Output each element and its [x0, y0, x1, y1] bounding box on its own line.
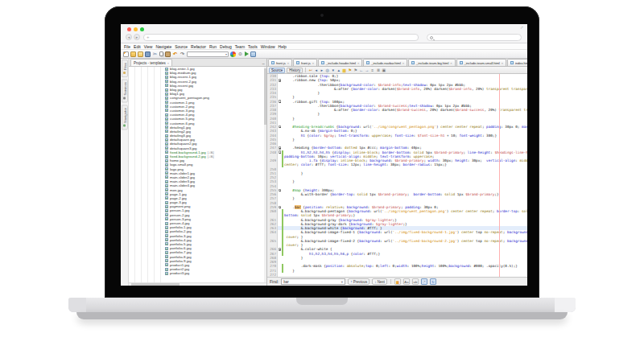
next-bookmark-icon[interactable]: ⚑: [353, 68, 357, 72]
image-file-icon: [165, 192, 168, 196]
tab-projects[interactable]: Projects - templates ×: [130, 59, 172, 66]
comment-icon[interactable]: ≡: [370, 68, 374, 72]
whole-words-icon[interactable]: ab: [412, 278, 419, 285]
fold-collapse-icon[interactable]: [279, 248, 282, 251]
menu-navigate[interactable]: Navigate: [155, 44, 171, 49]
uncomment-icon[interactable]: ≣: [376, 68, 380, 72]
menu-source[interactable]: Source: [175, 44, 188, 49]
scrollbar-thumb[interactable]: [131, 283, 180, 286]
find-next-button[interactable]: ↓ Next: [372, 278, 387, 285]
minimize-window-icon[interactable]: [134, 27, 138, 31]
sidebar-tab-files[interactable]: Files: [122, 60, 128, 77]
fold-collapse-icon[interactable]: [279, 79, 282, 82]
build-icon[interactable]: ⚙: [237, 51, 243, 57]
find-selection-icon[interactable]: ◎: [325, 68, 329, 72]
find-previous-icon[interactable]: ▴: [336, 68, 341, 72]
image-file-icon: [165, 230, 168, 233]
editor-tab[interactable]: front.js×: [268, 59, 292, 66]
sidebar-tab-services[interactable]: Services: [122, 79, 128, 102]
open-project-icon[interactable]: [138, 51, 143, 57]
sidebar-tab-navigator[interactable]: Navigator: [122, 105, 128, 130]
fold-collapse-icon[interactable]: [279, 189, 282, 192]
regex-icon[interactable]: .*: [421, 278, 427, 285]
close-icon[interactable]: ×: [167, 61, 169, 65]
url-bar[interactable]: +: [143, 34, 419, 41]
find-input[interactable]: bar ▾: [281, 278, 345, 285]
find-previous-button[interactable]: ↑ Previous: [348, 278, 369, 285]
menu-help[interactable]: Help: [279, 44, 287, 49]
match-case-icon[interactable]: Aa: [403, 278, 410, 285]
history-view-button[interactable]: History: [287, 68, 303, 73]
chevron-down-icon[interactable]: ▾: [341, 280, 343, 284]
toolbar-divider: [305, 68, 306, 72]
menu-tools[interactable]: Tools: [248, 44, 258, 49]
copy-icon[interactable]: [159, 51, 163, 56]
run-icon[interactable]: [245, 51, 249, 56]
code-line[interactable]: 272: [267, 273, 527, 277]
editor-tab[interactable]: index.html×: [507, 59, 527, 66]
indent-icon[interactable]: ▣: [382, 68, 386, 72]
fold-collapse-icon[interactable]: [279, 100, 282, 103]
close-tab-icon[interactable]: ×: [312, 61, 314, 65]
menu-debug[interactable]: Debug: [220, 44, 232, 49]
cut-icon[interactable]: ✂: [152, 51, 158, 57]
resize-icon[interactable]: ↕: [519, 25, 524, 30]
tree-vertical-scrollbar[interactable]: [264, 67, 266, 282]
fold-collapse-icon[interactable]: [279, 206, 282, 209]
fold-collapse-icon[interactable]: [279, 126, 282, 129]
forward-icon[interactable]: ▸: [320, 68, 324, 72]
paste-icon[interactable]: [165, 51, 171, 57]
menu-team[interactable]: Team: [235, 44, 245, 49]
source-view-button[interactable]: Source: [269, 68, 285, 73]
close-tab-icon[interactable]: ×: [402, 61, 404, 65]
editor-tab[interactable]: _include-team-big.html×: [408, 59, 455, 66]
back-icon[interactable]: ◂: [314, 68, 318, 72]
close-window-icon[interactable]: [127, 27, 131, 31]
undo-icon[interactable]: ↶: [172, 51, 178, 57]
zoom-window-icon[interactable]: [140, 27, 144, 31]
window-grid-icon[interactable]: [250, 51, 256, 57]
configuration-combo[interactable]: ▾: [187, 51, 229, 57]
close-tab-icon[interactable]: ×: [502, 61, 503, 65]
image-file-icon: [165, 155, 168, 158]
editor-tab[interactable]: _include-navbar.html×: [363, 59, 407, 66]
code-editor[interactable]: 230 .ribbon.sale {top: 0;}231 .ribbon.ne…: [267, 74, 527, 277]
tree-horizontal-scrollbar[interactable]: [129, 282, 266, 286]
menu-run[interactable]: Run: [209, 44, 217, 49]
find-next-icon[interactable]: ▾: [331, 68, 335, 72]
editor-tab[interactable]: _include-header.html×: [318, 59, 362, 66]
forward-button[interactable]: ▸: [134, 34, 140, 40]
minimize-panel-icon[interactable]: −: [262, 61, 265, 66]
menu-refactor[interactable]: Refactor: [191, 44, 206, 49]
close-tab-icon[interactable]: ×: [357, 61, 359, 65]
file-tree[interactable]: blog-enter-1.jpgblog-medium.jpgblog-rece…: [129, 67, 266, 282]
tree-item[interactable]: product3.jpg: [129, 271, 266, 275]
browser-icon[interactable]: [230, 51, 236, 57]
search-field[interactable]: [427, 34, 522, 41]
new-file-icon[interactable]: [123, 51, 129, 57]
close-tab-icon[interactable]: ×: [450, 61, 452, 65]
new-project-icon[interactable]: [130, 51, 136, 57]
editor-tab[interactable]: front.js×: [293, 59, 317, 66]
highlight-icon[interactable]: ▆: [342, 68, 346, 72]
redo-icon[interactable]: ↷: [180, 51, 185, 57]
scrollbar-thumb[interactable]: [264, 68, 266, 125]
save-all-icon[interactable]: [145, 51, 151, 57]
last-edit-icon[interactable]: ↩: [308, 68, 312, 72]
editor-tab[interactable]: _include-team-small.html×: [456, 59, 506, 66]
menu-file[interactable]: File: [124, 44, 130, 49]
menu-view[interactable]: View: [144, 44, 153, 49]
projects-panel: Projects - templates × − blog-enter-1.jp…: [129, 59, 267, 286]
menu-window[interactable]: Window: [261, 44, 275, 49]
fold-collapse-icon[interactable]: [279, 150, 282, 154]
menu-bar: FileEditViewNavigateSourceRefactorRunDeb…: [121, 43, 527, 50]
menu-edit[interactable]: Edit: [134, 44, 141, 49]
shift-right-icon[interactable]: →: [365, 68, 369, 72]
close-tab-icon[interactable]: ×: [287, 61, 289, 65]
shift-left-icon[interactable]: ←: [359, 68, 363, 72]
bookmark-icon[interactable]: ⚑: [348, 68, 352, 72]
highlight-matches-icon[interactable]: ▆: [394, 278, 401, 285]
fold-collapse-icon[interactable]: [279, 146, 282, 150]
back-button[interactable]: ◂: [126, 34, 132, 40]
wrap-around-icon[interactable]: ↻: [430, 278, 436, 285]
